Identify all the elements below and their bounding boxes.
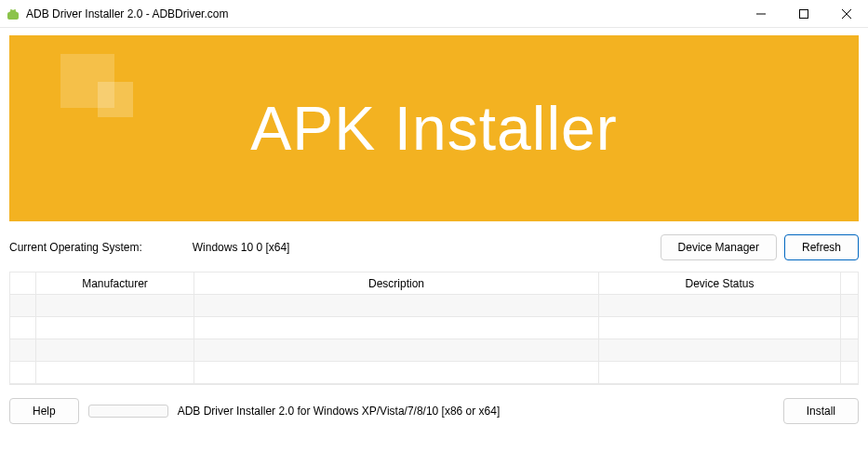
banner: APK Installer: [9, 35, 859, 221]
table-row[interactable]: [10, 339, 858, 362]
os-value: Windows 10 0 [x64]: [193, 241, 290, 254]
os-label: Current Operating System:: [9, 241, 142, 254]
install-button[interactable]: Install: [783, 398, 859, 424]
window-title: ADB Driver Installer 2.0 - ADBDriver.com: [26, 7, 228, 20]
table-header: Manufacturer Description Device Status: [10, 272, 858, 295]
titlebar: ADB Driver Installer 2.0 - ADBDriver.com: [0, 0, 868, 28]
table-header-checkbox[interactable]: [10, 272, 36, 295]
svg-rect-0: [7, 12, 19, 20]
maximize-button[interactable]: [782, 0, 825, 27]
device-manager-button[interactable]: Device Manager: [661, 234, 777, 260]
table-header-device-status[interactable]: Device Status: [599, 272, 841, 295]
app-icon: [6, 7, 20, 21]
table-row[interactable]: [10, 317, 858, 339]
help-button[interactable]: Help: [9, 398, 79, 424]
device-table: Manufacturer Description Device Status: [9, 272, 859, 385]
footer-status-text: ADB Driver Installer 2.0 for Windows XP/…: [178, 405, 501, 418]
window-controls: [740, 0, 868, 27]
refresh-button[interactable]: Refresh: [784, 234, 859, 260]
close-button[interactable]: [825, 0, 868, 27]
table-header-description[interactable]: Description: [194, 272, 599, 295]
table-row[interactable]: [10, 362, 858, 384]
table-header-manufacturer[interactable]: Manufacturer: [36, 272, 194, 295]
banner-title: APK Installer: [250, 93, 618, 164]
progress-bar: [88, 405, 168, 418]
table-row[interactable]: [10, 295, 858, 317]
svg-rect-4: [800, 9, 808, 18]
minimize-button[interactable]: [740, 0, 782, 27]
table-header-end: [841, 272, 858, 295]
